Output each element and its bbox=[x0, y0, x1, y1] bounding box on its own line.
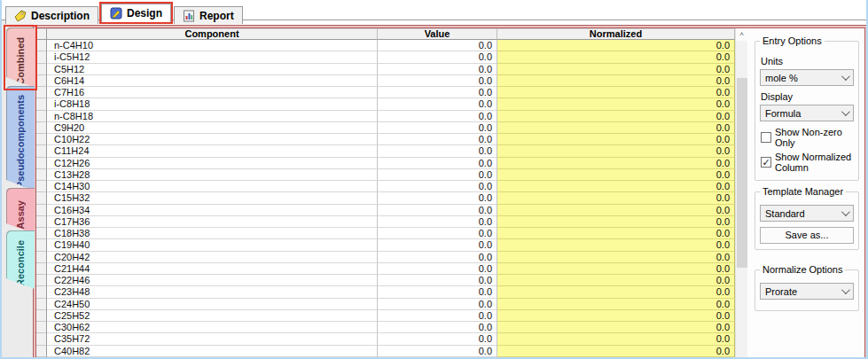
component-cell[interactable]: C19H40 bbox=[47, 239, 378, 251]
value-cell[interactable]: 0.0 bbox=[378, 252, 497, 263]
value-cell[interactable]: 0.0 bbox=[378, 275, 497, 286]
row-header-cell[interactable] bbox=[36, 299, 47, 310]
row-header-cell[interactable] bbox=[36, 252, 47, 263]
row-header-cell[interactable] bbox=[36, 134, 47, 145]
value-cell[interactable]: 0.0 bbox=[378, 239, 497, 251]
row-header-cell[interactable] bbox=[36, 87, 47, 98]
row-header-cell[interactable] bbox=[36, 333, 47, 345]
scroll-up-button[interactable]: ˄ bbox=[736, 28, 747, 41]
normalized-cell[interactable]: 0.0 bbox=[497, 228, 735, 239]
row-header-cell[interactable] bbox=[36, 275, 47, 286]
row-header-cell[interactable] bbox=[36, 310, 47, 322]
component-cell[interactable]: C15H32 bbox=[47, 192, 378, 204]
component-cell[interactable]: C6H14 bbox=[47, 75, 378, 87]
value-cell[interactable]: 0.0 bbox=[378, 64, 497, 75]
column-header-value[interactable]: Value bbox=[378, 28, 497, 40]
normalized-cell[interactable]: 0.0 bbox=[497, 181, 735, 192]
column-header-component[interactable]: Component bbox=[47, 28, 378, 40]
value-cell[interactable]: 0.0 bbox=[378, 322, 497, 333]
units-dropdown[interactable]: mole % bbox=[760, 69, 854, 86]
value-cell[interactable]: 0.0 bbox=[378, 158, 497, 169]
value-cell[interactable]: 0.0 bbox=[378, 75, 497, 87]
row-header-cell[interactable] bbox=[36, 192, 47, 204]
value-cell[interactable]: 0.0 bbox=[378, 87, 497, 98]
normalized-cell[interactable]: 0.0 bbox=[497, 111, 735, 122]
row-header-cell[interactable] bbox=[36, 263, 47, 275]
normalized-cell[interactable]: 0.0 bbox=[497, 192, 735, 204]
value-cell[interactable]: 0.0 bbox=[378, 98, 497, 110]
normalized-cell[interactable]: 0.0 bbox=[497, 205, 735, 216]
save-as-button[interactable]: Save as... bbox=[760, 227, 854, 244]
row-header-cell[interactable] bbox=[36, 98, 47, 110]
normalized-cell[interactable]: 0.0 bbox=[497, 346, 735, 357]
normalized-cell[interactable]: 0.0 bbox=[497, 333, 735, 345]
normalized-cell[interactable]: 0.0 bbox=[497, 87, 735, 98]
show-normalized-checkbox-row[interactable]: ✓ Show Normalized Column bbox=[761, 152, 854, 173]
row-header-cell[interactable] bbox=[36, 64, 47, 75]
value-cell[interactable]: 0.0 bbox=[378, 299, 497, 310]
row-header-cell[interactable] bbox=[36, 228, 47, 239]
row-header-cell[interactable] bbox=[36, 216, 47, 228]
row-header-cell[interactable] bbox=[36, 145, 47, 157]
value-cell[interactable]: 0.0 bbox=[378, 51, 497, 63]
normalized-cell[interactable]: 0.0 bbox=[497, 51, 735, 63]
component-cell[interactable]: C7H16 bbox=[47, 87, 378, 98]
row-header-cell[interactable] bbox=[36, 122, 47, 134]
component-cell[interactable]: C9H20 bbox=[47, 122, 378, 134]
normalized-cell[interactable]: 0.0 bbox=[497, 122, 735, 134]
component-cell[interactable]: C5H12 bbox=[47, 64, 378, 75]
value-cell[interactable]: 0.0 bbox=[378, 169, 497, 181]
normalized-cell[interactable]: 0.0 bbox=[497, 64, 735, 75]
component-cell[interactable]: C13H28 bbox=[47, 169, 378, 181]
value-cell[interactable]: 0.0 bbox=[378, 216, 497, 228]
component-cell[interactable]: i-C8H18 bbox=[47, 98, 378, 110]
value-cell[interactable]: 0.0 bbox=[378, 205, 497, 216]
value-cell[interactable]: 0.0 bbox=[378, 181, 497, 192]
value-cell[interactable]: 0.0 bbox=[378, 111, 497, 122]
row-header-cell[interactable] bbox=[36, 239, 47, 251]
component-cell[interactable]: C16H34 bbox=[47, 205, 378, 216]
normalized-cell[interactable]: 0.0 bbox=[497, 252, 735, 263]
row-header-cell[interactable] bbox=[36, 169, 47, 181]
normalized-cell[interactable]: 0.0 bbox=[497, 158, 735, 169]
scrollbar-thumb[interactable] bbox=[737, 78, 747, 268]
normalized-cell[interactable]: 0.0 bbox=[497, 263, 735, 275]
value-cell[interactable]: 0.0 bbox=[378, 122, 497, 134]
normalized-cell[interactable]: 0.0 bbox=[497, 134, 735, 145]
row-header-cell[interactable] bbox=[36, 111, 47, 122]
row-header-cell[interactable] bbox=[36, 322, 47, 333]
component-cell[interactable]: i-C5H12 bbox=[47, 51, 378, 63]
component-cell[interactable]: C20H42 bbox=[47, 252, 378, 263]
normalized-cell[interactable]: 0.0 bbox=[497, 239, 735, 251]
component-cell[interactable]: C24H50 bbox=[47, 299, 378, 310]
row-header-cell[interactable] bbox=[36, 158, 47, 169]
value-cell[interactable]: 0.0 bbox=[378, 134, 497, 145]
value-cell[interactable]: 0.0 bbox=[378, 145, 497, 157]
value-cell[interactable]: 0.0 bbox=[378, 263, 497, 275]
row-header-cell[interactable] bbox=[36, 346, 47, 357]
component-cell[interactable]: C17H36 bbox=[47, 216, 378, 228]
normalized-cell[interactable]: 0.0 bbox=[497, 322, 735, 333]
show-normalized-checkbox[interactable]: ✓ bbox=[761, 157, 771, 168]
component-cell[interactable]: C10H22 bbox=[47, 134, 378, 145]
row-header-cell[interactable] bbox=[36, 75, 47, 87]
component-cell[interactable]: C12H26 bbox=[47, 158, 378, 169]
normalized-cell[interactable]: 0.0 bbox=[497, 145, 735, 157]
normalized-cell[interactable]: 0.0 bbox=[497, 98, 735, 110]
value-cell[interactable]: 0.0 bbox=[378, 310, 497, 322]
table-scrollbar[interactable]: ˄ bbox=[735, 28, 747, 359]
normalized-cell[interactable]: 0.0 bbox=[497, 310, 735, 322]
value-cell[interactable]: 0.0 bbox=[378, 286, 497, 298]
component-cell[interactable]: C11H24 bbox=[47, 145, 378, 157]
component-cell[interactable]: C30H62 bbox=[47, 322, 378, 333]
value-cell[interactable]: 0.0 bbox=[378, 228, 497, 239]
value-cell[interactable]: 0.0 bbox=[378, 346, 497, 357]
component-cell[interactable]: C23H48 bbox=[47, 286, 378, 298]
show-nonzero-checkbox[interactable] bbox=[761, 132, 771, 143]
row-header-cell[interactable] bbox=[36, 205, 47, 216]
normalized-cell[interactable]: 0.0 bbox=[497, 275, 735, 286]
normalized-cell[interactable]: 0.0 bbox=[497, 75, 735, 87]
tab-description[interactable]: Description bbox=[5, 6, 98, 24]
show-nonzero-checkbox-row[interactable]: Show Non-zero Only bbox=[761, 127, 854, 148]
display-dropdown[interactable]: Formula bbox=[760, 105, 854, 121]
